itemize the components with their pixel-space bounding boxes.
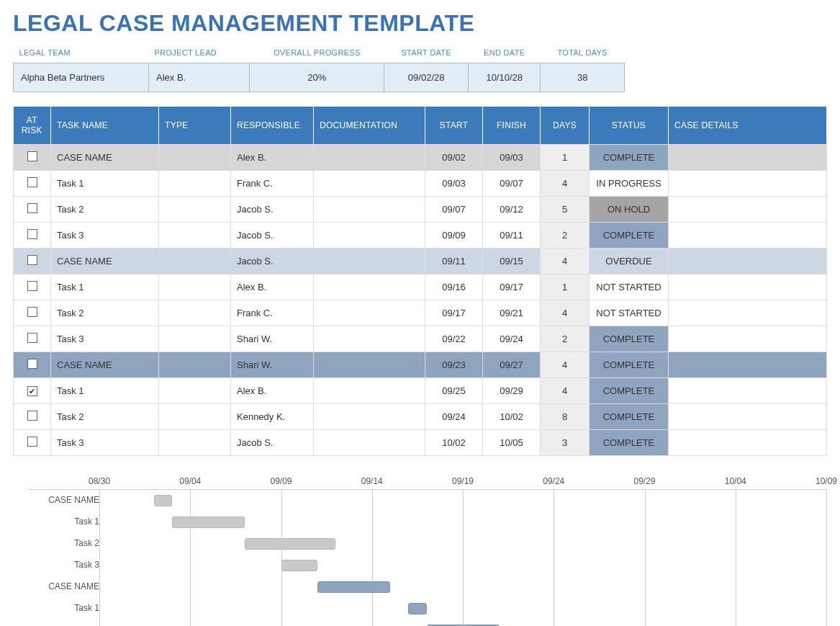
- doc-cell[interactable]: [314, 223, 425, 249]
- atrisk-cell[interactable]: [14, 145, 51, 171]
- doc-cell[interactable]: [314, 249, 425, 274]
- type-cell[interactable]: [159, 404, 231, 430]
- days-cell[interactable]: 4: [541, 352, 590, 378]
- doc-cell[interactable]: [314, 145, 425, 171]
- start-cell[interactable]: 09/16: [425, 274, 483, 300]
- start-cell[interactable]: 09/11: [425, 249, 483, 274]
- resp-cell[interactable]: Frank C.: [231, 300, 314, 326]
- atrisk-cell[interactable]: [14, 300, 51, 326]
- resp-cell[interactable]: Jacob S.: [231, 223, 314, 249]
- resp-cell[interactable]: Shari W.: [231, 352, 314, 378]
- atrisk-cell[interactable]: [14, 249, 51, 274]
- finish-cell[interactable]: 10/05: [483, 430, 541, 456]
- start-cell[interactable]: 09/17: [425, 300, 483, 326]
- checkbox-icon[interactable]: [27, 203, 37, 213]
- details-cell[interactable]: [669, 145, 827, 171]
- status-cell[interactable]: IN PROGRESS: [590, 171, 669, 197]
- status-cell[interactable]: OVERDUE: [590, 249, 669, 274]
- atrisk-cell[interactable]: [14, 326, 51, 352]
- status-cell[interactable]: COMPLETE: [590, 326, 669, 352]
- details-cell[interactable]: [669, 249, 827, 274]
- name-cell[interactable]: Task 3: [51, 223, 159, 249]
- finish-cell[interactable]: 09/11: [483, 223, 541, 249]
- finish-cell[interactable]: 09/21: [483, 300, 541, 326]
- start-cell[interactable]: 09/09: [425, 223, 483, 249]
- status-cell[interactable]: COMPLETE: [590, 404, 669, 430]
- name-cell[interactable]: Task 1: [51, 378, 159, 404]
- atrisk-cell[interactable]: [14, 171, 51, 197]
- status-cell[interactable]: NOT STARTED: [590, 274, 669, 300]
- details-cell[interactable]: [669, 274, 827, 300]
- name-cell[interactable]: Task 2: [51, 404, 159, 430]
- type-cell[interactable]: [159, 274, 231, 300]
- finish-cell[interactable]: 09/24: [483, 326, 541, 352]
- start-cell[interactable]: 10/02: [425, 430, 483, 456]
- start-cell[interactable]: 09/03: [425, 171, 483, 197]
- checkbox-icon[interactable]: [27, 281, 37, 291]
- checkbox-icon[interactable]: ✔: [27, 386, 37, 396]
- name-cell[interactable]: Task 2: [51, 197, 159, 223]
- status-cell[interactable]: COMPLETE: [590, 378, 669, 404]
- checkbox-icon[interactable]: [27, 333, 37, 343]
- checkbox-icon[interactable]: [27, 411, 37, 421]
- type-cell[interactable]: [159, 326, 231, 352]
- atrisk-cell[interactable]: [14, 352, 51, 378]
- type-cell[interactable]: [159, 171, 231, 197]
- details-cell[interactable]: [669, 300, 827, 326]
- checkbox-icon[interactable]: [27, 359, 37, 369]
- days-cell[interactable]: 4: [541, 378, 590, 404]
- summary-lead[interactable]: Alex B.: [149, 63, 250, 92]
- details-cell[interactable]: [669, 326, 827, 352]
- details-cell[interactable]: [669, 197, 827, 223]
- doc-cell[interactable]: [314, 197, 425, 223]
- type-cell[interactable]: [159, 300, 231, 326]
- resp-cell[interactable]: Alex B.: [231, 274, 314, 300]
- summary-end[interactable]: 10/10/28: [469, 63, 541, 92]
- finish-cell[interactable]: 09/27: [483, 352, 541, 378]
- checkbox-icon[interactable]: [27, 177, 37, 187]
- days-cell[interactable]: 1: [541, 145, 590, 171]
- name-cell[interactable]: Task 1: [51, 274, 159, 300]
- type-cell[interactable]: [159, 378, 231, 404]
- doc-cell[interactable]: [314, 352, 425, 378]
- start-cell[interactable]: 09/25: [425, 378, 483, 404]
- finish-cell[interactable]: 09/07: [483, 171, 541, 197]
- details-cell[interactable]: [669, 171, 827, 197]
- finish-cell[interactable]: 09/17: [483, 274, 541, 300]
- finish-cell[interactable]: 09/12: [483, 197, 541, 223]
- finish-cell[interactable]: 09/03: [483, 145, 541, 171]
- status-cell[interactable]: COMPLETE: [590, 430, 669, 456]
- summary-start[interactable]: 09/02/28: [384, 63, 469, 92]
- atrisk-cell[interactable]: [14, 404, 51, 430]
- atrisk-cell[interactable]: [14, 274, 51, 300]
- type-cell[interactable]: [159, 223, 231, 249]
- checkbox-icon[interactable]: [27, 255, 37, 265]
- doc-cell[interactable]: [314, 326, 425, 352]
- type-cell[interactable]: [159, 352, 231, 378]
- resp-cell[interactable]: Jacob S.: [231, 197, 314, 223]
- type-cell[interactable]: [159, 430, 231, 456]
- details-cell[interactable]: [669, 430, 827, 456]
- finish-cell[interactable]: 10/02: [483, 404, 541, 430]
- status-cell[interactable]: COMPLETE: [590, 352, 669, 378]
- atrisk-cell[interactable]: [14, 223, 51, 249]
- days-cell[interactable]: 1: [541, 274, 590, 300]
- checkbox-icon[interactable]: [27, 437, 37, 447]
- status-cell[interactable]: COMPLETE: [590, 223, 669, 249]
- resp-cell[interactable]: Kennedy K.: [231, 404, 314, 430]
- start-cell[interactable]: 09/07: [425, 197, 483, 223]
- doc-cell[interactable]: [314, 378, 425, 404]
- name-cell[interactable]: Task 3: [51, 326, 159, 352]
- start-cell[interactable]: 09/02: [425, 145, 483, 171]
- atrisk-cell[interactable]: ✔: [14, 378, 51, 404]
- start-cell[interactable]: 09/22: [425, 326, 483, 352]
- atrisk-cell[interactable]: [14, 197, 51, 223]
- finish-cell[interactable]: 09/15: [483, 249, 541, 274]
- days-cell[interactable]: 8: [541, 404, 590, 430]
- resp-cell[interactable]: Jacob S.: [231, 430, 314, 456]
- status-cell[interactable]: ON HOLD: [590, 197, 669, 223]
- days-cell[interactable]: 5: [541, 197, 590, 223]
- details-cell[interactable]: [669, 223, 827, 249]
- status-cell[interactable]: NOT STARTED: [590, 300, 669, 326]
- days-cell[interactable]: 4: [541, 171, 590, 197]
